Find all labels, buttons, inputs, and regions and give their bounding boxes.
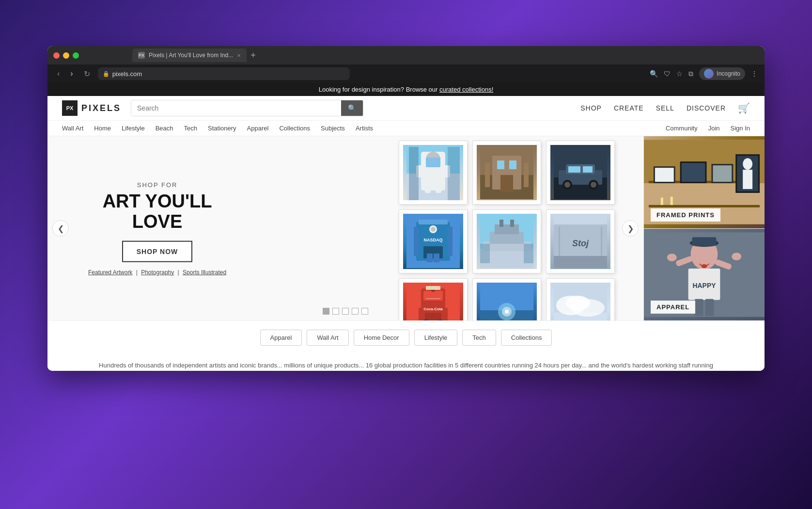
subnav-lifestyle[interactable]: Lifestyle: [122, 125, 145, 132]
art-frame-1[interactable]: [399, 141, 467, 204]
svg-rect-59: [425, 313, 441, 320]
hero-slider: ❮ SHOP FOR ART YOU'LL LOVE SHOP NOW Feat…: [47, 136, 643, 320]
nav-discover[interactable]: DISCOVER: [687, 104, 726, 112]
tab-bar: PX Pixels | Art You'll Love from Ind... …: [132, 48, 260, 62]
framed-prints-card[interactable]: FRAMED PRINTS: [644, 136, 765, 229]
apparel-label: APPAREL: [651, 301, 695, 314]
svg-rect-35: [423, 246, 443, 258]
art-image-5: [477, 214, 537, 269]
subnav-artists[interactable]: Artists: [356, 125, 373, 132]
svg-rect-28: [583, 166, 593, 173]
subnav-collections[interactable]: Collections: [279, 125, 310, 132]
search-icon[interactable]: 🔍: [650, 70, 658, 78]
art-grid: NASDAQ: [399, 141, 614, 320]
tab-view-icon[interactable]: ⧉: [688, 70, 693, 78]
art-frame-2[interactable]: [473, 141, 541, 204]
new-tab-button[interactable]: +: [247, 50, 260, 61]
svg-rect-82: [655, 168, 674, 182]
profile-button[interactable]: Incognito: [699, 67, 745, 80]
art-frame-7[interactable]: Coca-Cola: [399, 279, 467, 320]
art-frame-3[interactable]: [547, 141, 614, 204]
tag-wall-art[interactable]: Wall Art: [307, 330, 348, 346]
browser-tab[interactable]: PX Pixels | Art You'll Love from Ind... …: [132, 48, 247, 62]
svg-rect-15: [509, 160, 516, 169]
nav-sell[interactable]: SELL: [656, 104, 674, 112]
tag-home-decor[interactable]: Home Decor: [354, 330, 409, 346]
svg-rect-44: [495, 224, 519, 234]
main-content: ❮ SHOP FOR ART YOU'LL LOVE SHOP NOW Feat…: [47, 136, 765, 320]
promo-banner: Looking for design inspiration? Browse o…: [47, 83, 765, 96]
subnav-beach[interactable]: Beach: [156, 125, 173, 132]
svg-rect-4: [426, 158, 440, 167]
minimize-button[interactable]: [63, 52, 69, 59]
subnav-community[interactable]: Community: [666, 125, 698, 132]
featured-artwork-link[interactable]: Featured Artwork: [88, 269, 132, 275]
forward-button[interactable]: ›: [67, 67, 76, 80]
search-button[interactable]: 🔍: [341, 100, 363, 116]
apparel-card[interactable]: HAPPY APPAREL: [644, 229, 765, 321]
subnav-tech[interactable]: Tech: [184, 125, 197, 132]
art-frame-8[interactable]: [473, 279, 541, 320]
art-image-8: [477, 283, 537, 320]
shop-now-button[interactable]: SHOP NOW: [122, 240, 193, 262]
tag-lifestyle[interactable]: Lifestyle: [414, 330, 458, 346]
subnav-subjects[interactable]: Subjects: [321, 125, 345, 132]
menu-icon[interactable]: ⋮: [751, 70, 758, 78]
art-frame-5[interactable]: [473, 210, 541, 273]
subnav-signin[interactable]: Sign In: [731, 125, 750, 132]
svg-rect-63: [443, 308, 448, 320]
svg-rect-61: [426, 298, 440, 299]
photography-link[interactable]: Photography: [141, 269, 174, 275]
svg-rect-8: [436, 183, 441, 193]
art-frame-9[interactable]: [547, 279, 614, 320]
banner-link[interactable]: curated collections!: [439, 86, 493, 93]
art-frame-4[interactable]: NASDAQ: [399, 210, 467, 273]
svg-rect-51: [554, 256, 607, 268]
tag-apparel[interactable]: Apparel: [260, 330, 302, 346]
refresh-button[interactable]: ↻: [81, 67, 93, 80]
subnav-wall-art[interactable]: Wall Art: [62, 125, 83, 132]
sub-nav: Wall Art Home Lifestyle Beach Tech Stati…: [47, 121, 765, 136]
maximize-button[interactable]: [73, 52, 79, 59]
subnav-join[interactable]: Join: [708, 125, 720, 132]
nav-create[interactable]: CREATE: [614, 104, 644, 112]
art-image-6: Stoj: [550, 214, 610, 269]
site-header: PX PIXELS 🔍 SHOP CREATE SELL DISCOVER 🛒: [47, 96, 765, 121]
bookmark-icon[interactable]: ☆: [676, 70, 683, 78]
slider-dot-2[interactable]: [332, 308, 339, 315]
slider-dot-3[interactable]: [342, 308, 349, 315]
svg-rect-32: [414, 227, 419, 256]
svg-rect-33: [448, 227, 453, 256]
svg-rect-36: [427, 254, 433, 262]
svg-rect-91: [661, 198, 663, 205]
back-button[interactable]: ‹: [54, 67, 62, 80]
tag-collections[interactable]: Collections: [501, 330, 552, 346]
svg-point-24: [564, 182, 570, 188]
slider-dot-5[interactable]: [361, 308, 368, 315]
nav-shop[interactable]: SHOP: [580, 104, 602, 112]
art-image-1: [403, 145, 463, 200]
slider-dot-4[interactable]: [352, 308, 359, 315]
art-image-3: [550, 145, 610, 200]
sports-illustrated-link[interactable]: Sports Illustrated: [183, 269, 226, 275]
tab-close-icon[interactable]: ✕: [237, 53, 241, 58]
subnav-home[interactable]: Home: [94, 125, 111, 132]
search-input[interactable]: [131, 100, 341, 116]
logo[interactable]: PX PIXELS: [62, 100, 121, 116]
tag-tech[interactable]: Tech: [462, 330, 496, 346]
svg-point-76: [566, 296, 590, 310]
art-frame-6[interactable]: Stoj: [547, 210, 614, 273]
subnav-right: Community Join Sign In: [666, 125, 750, 132]
slider-next-button[interactable]: ❯: [622, 220, 639, 237]
slider-prev-button[interactable]: ❮: [52, 220, 69, 237]
shield-icon[interactable]: 🛡: [664, 70, 671, 78]
svg-point-89: [743, 158, 752, 170]
tab-title: Pixels | Art You'll Love from Ind...: [149, 52, 233, 59]
os-chrome: PX Pixels | Art You'll Love from Ind... …: [0, 0, 812, 509]
subnav-apparel[interactable]: Apparel: [247, 125, 269, 132]
cart-icon[interactable]: 🛒: [738, 102, 750, 114]
close-button[interactable]: [53, 52, 60, 59]
address-bar[interactable]: 🔒 pixels.com: [98, 67, 350, 80]
slider-dot-1[interactable]: [323, 308, 329, 315]
subnav-stationery[interactable]: Stationery: [208, 125, 236, 132]
